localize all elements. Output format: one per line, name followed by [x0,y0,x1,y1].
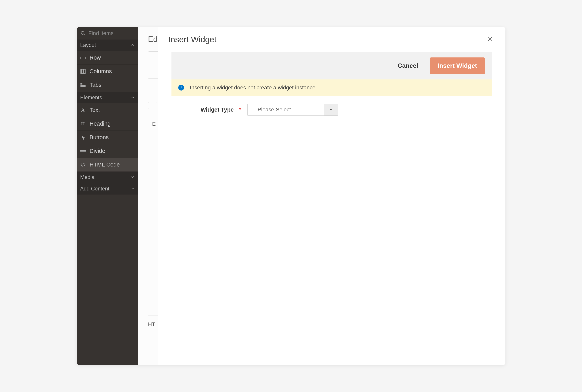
sidebar-item-label: Tabs [90,82,102,88]
widget-type-row: Widget Type * -- Please Select -- [172,96,492,116]
sidebar-item-html-code[interactable]: HTML Code [77,158,138,172]
sidebar-item-label: Text [90,107,100,113]
modal-header: Insert Widget [158,27,505,52]
sidebar-item-columns[interactable]: Columns [77,65,138,78]
widget-type-label: Widget Type [201,106,234,113]
sidebar-section-label: Media [80,174,95,180]
svg-marker-8 [82,135,85,140]
sidebar-section-media[interactable]: Media [77,172,138,183]
required-indicator: * [239,106,241,113]
sidebar-item-heading[interactable]: H Heading [77,117,138,131]
svg-line-11 [83,163,83,166]
code-icon [80,162,86,168]
search-input[interactable] [89,30,135,36]
search-icon [80,30,86,36]
sidebar-section-label: Add Content [80,186,110,192]
chevron-up-icon [131,43,135,48]
info-icon: i [178,85,184,90]
sidebar-section-label: Elements [80,95,102,101]
chevron-down-icon [131,175,135,180]
svg-rect-7 [81,85,86,87]
info-text: Inserting a widget does not create a wid… [190,84,317,91]
sidebar-item-label: Heading [90,120,111,127]
select-value: -- Please Select -- [248,104,324,116]
sidebar-item-divider[interactable]: Divider [77,144,138,158]
sidebar-item-label: HTML Code [90,162,120,168]
tab-partial[interactable] [148,102,157,109]
divider-icon [80,148,86,154]
svg-rect-2 [81,57,85,59]
sidebar-item-label: Columns [90,68,112,74]
buttons-icon [80,135,86,140]
svg-rect-3 [81,69,82,74]
sidebar-section-layout[interactable]: Layout [77,40,138,51]
modal-title: Insert Widget [168,35,217,44]
sidebar-item-label: Divider [90,148,107,154]
heading-icon: H [80,121,86,126]
sidebar-item-row[interactable]: Row [77,51,138,65]
select-arrow [324,104,338,116]
columns-icon [80,69,86,74]
sidebar-section-elements[interactable]: Elements [77,92,138,104]
insert-widget-button[interactable]: Insert Widget [430,58,485,74]
close-button[interactable] [485,34,495,45]
sidebar-section-add-content[interactable]: Add Content [77,183,138,194]
row-icon [80,55,86,60]
insert-widget-modal: Insert Widget Cancel Insert Widget i Ins… [158,27,505,365]
tabs-icon [80,82,86,88]
sidebar-item-text[interactable]: A Text [77,104,138,117]
widget-type-select[interactable]: -- Please Select -- [247,104,338,116]
sidebar-item-label: Buttons [90,134,109,140]
app-window: Layout Row Columns Tabs [77,27,505,365]
svg-rect-5 [84,69,86,74]
cancel-button[interactable]: Cancel [392,58,424,73]
modal-body: Cancel Insert Widget i Inserting a widge… [158,52,505,116]
chevron-up-icon [131,95,135,100]
action-bar: Cancel Insert Widget [172,52,492,80]
svg-marker-14 [329,109,332,110]
svg-line-1 [84,34,85,35]
sidebar: Layout Row Columns Tabs [77,27,138,365]
text-icon: A [80,108,86,113]
sidebar-item-label: Row [90,54,101,61]
svg-rect-4 [82,69,84,74]
svg-point-0 [81,31,84,34]
sidebar-item-buttons[interactable]: Buttons [77,131,138,144]
search-bar [77,27,138,40]
sidebar-section-label: Layout [80,42,96,48]
sidebar-item-tabs[interactable]: Tabs [77,78,138,92]
chevron-down-icon [131,186,135,192]
info-banner: i Inserting a widget does not create a w… [172,80,492,96]
svg-rect-6 [81,83,83,84]
